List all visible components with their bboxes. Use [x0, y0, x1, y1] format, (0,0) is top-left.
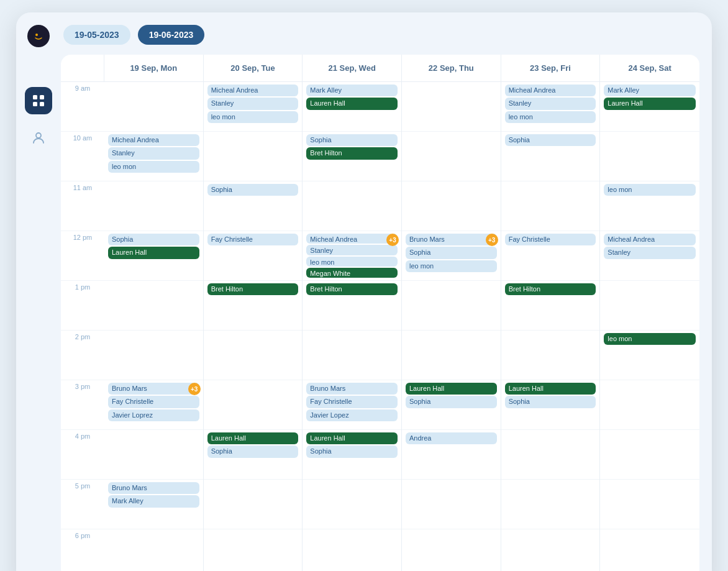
event-chip[interactable]: Fay Christelle: [306, 396, 398, 408]
event-chip[interactable]: Mark Alley: [306, 85, 398, 96]
event-chip[interactable]: Bret Hilton: [306, 283, 398, 295]
event-chip[interactable]: Sophia: [306, 445, 398, 457]
tue-10: [204, 132, 303, 181]
day-header-mon: 19 Sep, Mon: [104, 55, 204, 81]
event-chip[interactable]: Sophia: [207, 445, 299, 457]
event-chip[interactable]: Stanley: [306, 245, 398, 255]
tue-2: [204, 331, 303, 380]
day-col-wed: Mark Alley Lauren Hall Sophia Bret Hilto…: [303, 82, 402, 571]
day-col-tue: Micheal Andrea Stanley leo mon Sophia Fa…: [204, 82, 303, 571]
event-chip[interactable]: Lauren Hall: [306, 98, 398, 109]
event-chip[interactable]: leo mon: [207, 111, 299, 123]
event-chip[interactable]: leo mon: [108, 161, 199, 173]
event-chip[interactable]: Bret Hilton: [306, 147, 398, 159]
wed-2: [303, 331, 401, 380]
date-badge-2[interactable]: 19-06-2023: [138, 25, 205, 45]
fri-3: Lauren Hall Sophia: [501, 380, 600, 430]
event-chip[interactable]: Lauren Hall: [505, 383, 596, 395]
tue-9: Micheal Andrea Stanley leo mon: [204, 82, 303, 132]
thu-2: [402, 331, 501, 380]
event-chip[interactable]: Megan White: [306, 268, 398, 278]
tue-5: [204, 480, 303, 529]
event-chip[interactable]: Micheal Andrea: [306, 234, 398, 244]
event-chip[interactable]: Bruno Mars: [406, 234, 497, 245]
time-2pm: 2 pm: [61, 331, 104, 380]
fri-2: [501, 331, 600, 380]
event-chip[interactable]: leo mon: [306, 257, 398, 267]
event-chip[interactable]: Sophia: [108, 234, 199, 245]
event-chip[interactable]: Fay Christelle: [207, 234, 299, 245]
svg-point-0: [32, 30, 45, 42]
time-column: 9 am 10 am 11 am 12 pm 1 pm 2 pm 3 pm 4 …: [61, 82, 104, 571]
sat-12: Micheal Andrea Stanley: [600, 231, 699, 281]
day-label-sat: 24 Sep, Sat: [605, 63, 694, 73]
event-chip[interactable]: Lauren Hall: [306, 432, 398, 444]
sat-9: Mark Alley Lauren Hall: [600, 82, 699, 132]
days-grid: Micheal Andrea Stanley leo mon Sophia La…: [104, 82, 699, 571]
event-chip[interactable]: Micheal Andrea: [207, 85, 299, 96]
thu-1: [402, 281, 501, 331]
event-chip[interactable]: Lauren Hall: [406, 383, 497, 395]
svg-point-6: [36, 133, 41, 138]
sat-3: [600, 380, 699, 430]
event-chip[interactable]: Stanley: [505, 98, 596, 109]
day-header-thu: 22 Sep, Thu: [402, 55, 501, 81]
day-header-wed: 21 Sep, Wed: [303, 55, 402, 81]
overflow-badge[interactable]: +3: [386, 234, 399, 246]
time-6pm: 6 pm: [61, 529, 104, 571]
thu-10: [402, 132, 501, 181]
event-chip[interactable]: Mark Alley: [604, 85, 696, 96]
overflow-badge[interactable]: +3: [486, 234, 498, 246]
fri-10: Sophia: [501, 132, 600, 181]
sat-4: [600, 430, 699, 480]
svg-rect-4: [33, 102, 37, 106]
day-label-wed: 21 Sep, Wed: [307, 63, 396, 73]
event-chip[interactable]: Micheal Andrea: [604, 234, 696, 245]
event-chip[interactable]: Bret Hilton: [207, 283, 299, 295]
event-chip[interactable]: Javier Lopez: [306, 409, 398, 421]
wed-12: Micheal Andrea Stanley leo mon Megan Whi…: [303, 231, 401, 281]
fri-9: Micheal Andrea Stanley leo mon: [501, 82, 600, 132]
event-chip[interactable]: leo mon: [604, 184, 696, 196]
event-chip[interactable]: Stanley: [604, 247, 696, 258]
overflow-badge[interactable]: +3: [188, 383, 201, 395]
day-header-tue: 20 Sep, Tue: [204, 55, 303, 81]
event-chip[interactable]: leo mon: [505, 111, 596, 123]
event-chip[interactable]: leo mon: [604, 333, 696, 345]
date-badge-1[interactable]: 19-05-2023: [63, 25, 130, 45]
event-chip[interactable]: Bruno Mars: [108, 482, 199, 494]
event-chip[interactable]: Stanley: [108, 147, 199, 159]
event-chip[interactable]: Mark Alley: [108, 495, 199, 507]
event-chip[interactable]: Sophia: [207, 184, 299, 196]
event-chip[interactable]: Micheal Andrea: [505, 85, 596, 96]
tue-1: Bret Hilton: [204, 281, 303, 331]
event-chip[interactable]: Lauren Hall: [207, 432, 299, 444]
event-chip[interactable]: Sophia: [406, 247, 497, 258]
day-col-fri: Micheal Andrea Stanley leo mon Sophia Fa…: [501, 82, 601, 571]
sidebar-item-grid[interactable]: [25, 87, 52, 114]
event-chip[interactable]: Andrea: [406, 432, 497, 444]
grid-icon: [32, 94, 45, 107]
event-chip[interactable]: leo mon: [406, 260, 497, 272]
event-chip[interactable]: Lauren Hall: [108, 247, 199, 258]
day-label-thu: 22 Sep, Thu: [407, 63, 496, 73]
mon-5: Bruno Mars Mark Alley: [104, 480, 203, 529]
event-chip[interactable]: Sophia: [505, 396, 596, 408]
event-chip[interactable]: Bruno Mars: [306, 383, 398, 395]
event-chip[interactable]: Sophia: [505, 134, 596, 146]
day-col-thu: Bruno Mars Sophia leo mon +3 Lauren Hall…: [402, 82, 501, 571]
event-chip[interactable]: Lauren Hall: [604, 98, 696, 109]
event-chip[interactable]: Bruno Mars: [108, 383, 199, 395]
event-chip[interactable]: Micheal Andrea: [108, 134, 199, 146]
event-chip[interactable]: Bret Hilton: [505, 283, 596, 295]
svg-rect-5: [40, 102, 44, 106]
person-icon: [32, 131, 45, 145]
event-chip[interactable]: Stanley: [207, 98, 299, 109]
event-chip[interactable]: Javier Loprez: [108, 409, 199, 421]
mon-1: [104, 281, 203, 331]
sidebar-item-person[interactable]: [25, 124, 52, 152]
event-chip[interactable]: Fay Christelle: [505, 234, 596, 245]
event-chip[interactable]: Fay Christelle: [108, 396, 199, 408]
event-chip[interactable]: Sophia: [406, 396, 497, 408]
event-chip[interactable]: Sophia: [306, 134, 398, 146]
